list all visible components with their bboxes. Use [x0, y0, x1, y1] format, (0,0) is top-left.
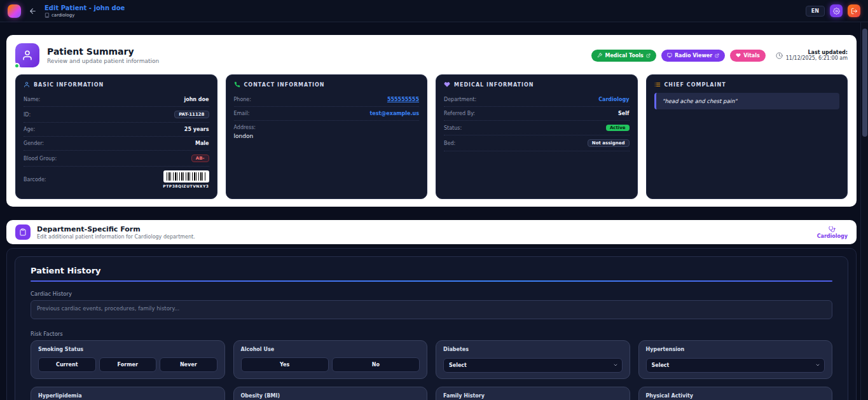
arrow-left-icon: [29, 7, 37, 15]
department-form-panel: Patient History Cardiac History Risk Fac…: [6, 248, 857, 400]
medical-tools-label: Medical Tools: [605, 53, 643, 59]
card-title: CHIEF COMPLAINT: [665, 82, 726, 88]
diabetes-label: Diabetes: [443, 347, 623, 352]
vertical-scrollbar[interactable]: [860, 22, 868, 400]
row-value: 25 years: [184, 127, 209, 132]
page-title: Edit Patient - john doe: [45, 4, 125, 11]
heart-icon: [444, 81, 450, 88]
logout-icon: [851, 8, 858, 15]
obesity-bmi-field: Obesity (BMI): [233, 387, 428, 400]
cardiac-history-label: Cardiac History: [31, 291, 832, 297]
user-icon: [22, 50, 33, 61]
row-label: Email:: [234, 111, 250, 116]
row-value: Self: [618, 111, 629, 116]
department-breadcrumb-label: cardiology: [52, 13, 74, 18]
title-underline: [31, 280, 832, 282]
row-value: Male: [195, 141, 209, 146]
info-row: Age:25 years: [24, 123, 209, 137]
department-badge-label: Cardiology: [817, 233, 848, 239]
barcode-value: PTP38QIZUTVNXY3: [163, 184, 209, 188]
list-icon: [654, 81, 661, 88]
info-row: Blood Group:AB-: [24, 151, 209, 167]
card-title: BASIC INFORMATION: [34, 82, 104, 88]
row-label: Blood Group:: [24, 156, 57, 162]
language-button[interactable]: EN: [806, 6, 825, 17]
vitals-label: Vitals: [743, 53, 760, 59]
info-row: Phone:555555555: [234, 93, 420, 107]
risk-factors-label: Risk Factors: [31, 331, 832, 337]
obesity-bmi-label: Obesity (BMI): [241, 393, 420, 399]
clock-icon: [776, 52, 783, 59]
form-section-subtitle: Edit additional patient information for …: [37, 234, 195, 240]
alcohol-use-field: Alcohol Use Yes No: [233, 340, 428, 379]
department-badge: Cardiology: [817, 226, 848, 239]
department-value: Cardiology: [598, 97, 629, 102]
bed-badge: Not assigned: [588, 139, 630, 147]
row-label: Department:: [444, 97, 476, 102]
patient-history-card: Patient History Cardiac History Risk Fac…: [15, 256, 848, 400]
heart-icon: [736, 53, 741, 58]
last-updated-value: 11/12/2025, 6:21:00 am: [786, 55, 848, 61]
info-row: Email:test@example.us: [234, 107, 420, 121]
app-logo: [8, 4, 21, 18]
physical-activity-label: Physical Activity: [646, 393, 825, 399]
row-label: Bed:: [444, 141, 455, 146]
card-title: MEDICAL INFORMATION: [454, 82, 534, 88]
back-button[interactable]: [27, 6, 38, 17]
family-history-field: Family History Select: [436, 387, 630, 400]
hyperlipidemia-field: Hyperlipidemia Select: [31, 387, 225, 400]
alcohol-yes-button[interactable]: Yes: [241, 357, 329, 372]
medical-information-card: MEDICAL INFORMATION Department:Cardiolog…: [436, 74, 638, 199]
alcohol-no-button[interactable]: No: [332, 357, 420, 372]
logout-button[interactable]: [848, 4, 860, 17]
patient-id-badge: PAT-11128: [174, 111, 209, 118]
patient-avatar: [15, 43, 39, 67]
radio-viewer-button[interactable]: Radio Viewer: [661, 50, 725, 62]
address-value: london: [234, 130, 420, 139]
smoking-status-field: Smoking Status Current Former Never: [31, 340, 225, 379]
medical-tools-button[interactable]: Medical Tools: [591, 50, 656, 62]
smoking-current-button[interactable]: Current: [38, 357, 96, 372]
chief-complaint-card: CHIEF COMPLAINT "head ache and chest pai…: [646, 74, 848, 199]
department-form-banner: Department-Specific Form Edit additional…: [6, 220, 857, 244]
row-label: ID:: [24, 112, 31, 118]
smoking-former-button[interactable]: Former: [99, 357, 157, 372]
contact-information-card: CONTACT INFORMATION Phone:555555555 Emai…: [226, 74, 428, 199]
cardiac-history-textarea[interactable]: [31, 300, 832, 319]
hypertension-field: Hypertension Select: [638, 340, 833, 379]
vitals-button[interactable]: Vitals: [730, 50, 766, 62]
barcode-image: [163, 170, 209, 183]
clipboard-icon: [15, 224, 31, 240]
online-status-dot: [14, 63, 20, 69]
last-updated: Last updated: 11/12/2025, 6:21:00 am: [776, 50, 848, 61]
diabetes-field: Diabetes Select: [436, 340, 630, 379]
email-link[interactable]: test@example.us: [369, 111, 419, 116]
alcohol-use-label: Alcohol Use: [241, 347, 420, 352]
info-row: Referred By:Self: [444, 107, 630, 121]
row-label: Phone:: [234, 97, 251, 102]
status-badge: Active: [606, 125, 630, 131]
external-link-icon: [715, 53, 719, 58]
hypertension-select[interactable]: Select: [646, 358, 825, 373]
history-title: Patient History: [31, 266, 832, 275]
building-icon: [45, 13, 50, 18]
top-header: Edit Patient - john doe cardiology EN: [0, 0, 868, 22]
physical-activity-field: Physical Activity Select: [638, 387, 833, 400]
form-section-title: Department-Specific Form: [37, 225, 195, 233]
info-row: Status:Active: [444, 121, 630, 135]
basic-information-card: BASIC INFORMATION Name:john doe ID:PAT-1…: [15, 74, 217, 199]
row-label: Barcode:: [24, 177, 46, 183]
phone-link[interactable]: 555555555: [387, 97, 419, 102]
monitor-icon: [667, 53, 672, 58]
page-content: Patient Summary Review and update patien…: [0, 22, 868, 400]
row-label: Gender:: [24, 141, 44, 146]
theme-button[interactable]: [830, 4, 843, 17]
scrollbar-thumb[interactable]: [862, 29, 867, 137]
smoking-never-button[interactable]: Never: [160, 357, 217, 372]
card-title: CONTACT INFORMATION: [244, 82, 325, 88]
diabetes-select[interactable]: Select: [443, 358, 623, 373]
phone-icon: [234, 81, 240, 88]
info-row: Gender:Male: [24, 137, 209, 151]
info-row: Bed:Not assigned: [444, 135, 630, 151]
hyperlipidemia-label: Hyperlipidemia: [38, 393, 217, 399]
